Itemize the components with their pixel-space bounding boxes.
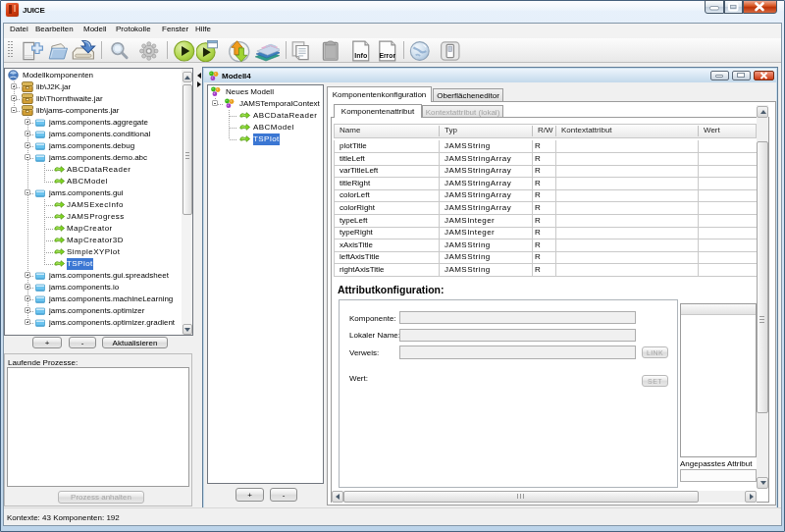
svg-text:Error: Error	[379, 52, 395, 59]
svg-text:Info: Info	[354, 52, 368, 60]
